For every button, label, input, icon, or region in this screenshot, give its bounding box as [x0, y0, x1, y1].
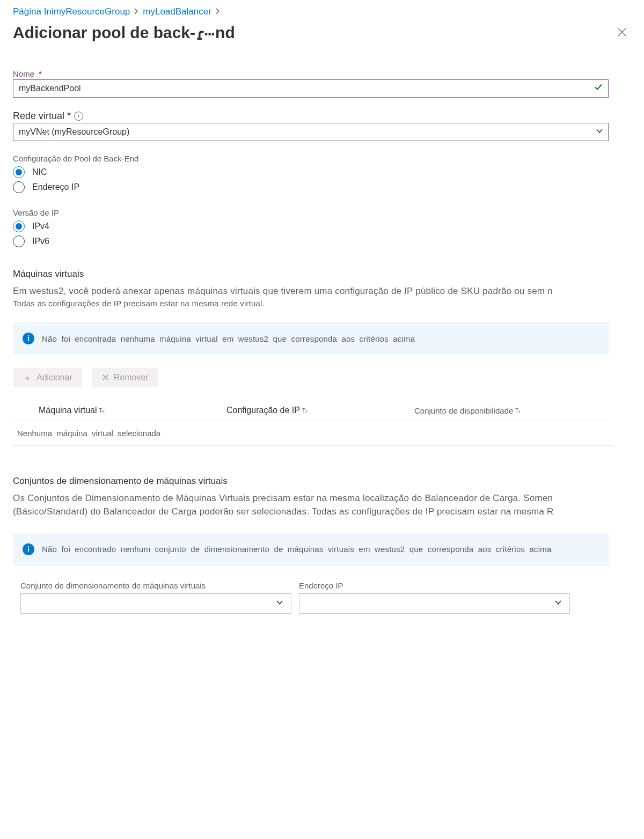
scaleset-info-banner: i Não foi encontrado nenhum conjunto de … — [13, 533, 609, 566]
remove-button-label: Remover — [114, 373, 149, 382]
vnet-label-text: Rede virtual * — [13, 111, 71, 122]
plus-icon: ＋ — [23, 373, 32, 382]
info-icon[interactable]: i — [74, 112, 83, 121]
name-input[interactable] — [13, 79, 609, 98]
scaleset-desc-1: Os Conjuntos de Dimensionamento de Máqui… — [13, 492, 631, 505]
ipv6-label: IPv6 — [32, 237, 49, 246]
vm-desc-2: Todas as configurações de IP precisam es… — [13, 299, 631, 308]
breadcrumb-rg-label: myResourceGroup — [54, 6, 130, 17]
vm-col-avset[interactable]: Conjunto de disponibilidade TJ — [414, 406, 602, 415]
title-glyph: ɾ··· — [196, 25, 214, 43]
pool-config-label: Configuração do Pool de Back-End — [13, 154, 631, 163]
scaleset-desc-2: (Básico/Standard) do Balanceador de Carg… — [13, 505, 631, 519]
vm-col-name-label: Máquina virtual — [39, 406, 97, 415]
info-circle-icon: i — [23, 543, 34, 555]
name-label: Nome * — [13, 69, 631, 78]
chevron-down-icon — [276, 599, 283, 608]
radio-selected-icon — [13, 166, 25, 178]
add-button[interactable]: ＋ Adicionar — [13, 368, 82, 387]
add-button-label: Adicionar — [36, 373, 72, 382]
breadcrumb-home[interactable]: Página Ini — [13, 6, 54, 17]
info-circle-icon: i — [23, 333, 34, 344]
radio-unselected-icon — [13, 181, 25, 193]
scaleset-col1-label: Conjunto de dimensionamento de máquinas … — [20, 581, 291, 590]
vm-col-avset-label: Conjunto de disponibilidade — [414, 406, 513, 415]
radio-selected-icon — [13, 220, 25, 232]
ip-version-ipv4[interactable]: IPv4 — [13, 220, 631, 232]
chevron-right-icon — [134, 8, 138, 16]
sort-icon: TJ — [302, 408, 306, 414]
checkmark-icon — [594, 82, 603, 94]
required-marker: * — [39, 69, 42, 78]
chevron-down-icon — [596, 127, 603, 137]
ipv4-label: IPv4 — [32, 222, 49, 231]
vnet-label: Rede virtual * i — [13, 111, 631, 122]
vm-empty-row: Nenhuma máquina virtual selecionada — [13, 421, 613, 446]
scaleset-select[interactable] — [20, 593, 291, 614]
ip-version-label: Versão de IP — [13, 208, 631, 217]
name-label-text: Nome — [13, 69, 34, 78]
vm-table-header: Máquina virtual TV Configuração de IP TJ… — [13, 400, 609, 421]
title-after: nd — [215, 24, 235, 41]
vm-heading: Máquinas virtuais — [13, 269, 631, 279]
chevron-right-icon — [216, 8, 220, 16]
scaleset-banner-text: Não foi encontrado nenhum conjunto de di… — [42, 544, 552, 554]
vm-col-ipconfig[interactable]: Configuração de IP TJ — [226, 406, 414, 415]
scaleset-heading: Conjuntos de dimensionamento de máquinas… — [13, 476, 631, 487]
x-icon: ✕ — [101, 373, 109, 382]
page-title: Adicionar pool de back-ɾ···nd — [13, 24, 235, 43]
vm-banner-text: Não foi encontrada nenhuma máquina virtu… — [42, 334, 415, 343]
vm-col-name[interactable]: Máquina virtual TV — [13, 406, 226, 415]
close-button[interactable] — [613, 25, 631, 42]
remove-button[interactable]: ✕ Remover — [92, 368, 158, 387]
scaleset-ip-select[interactable] — [299, 593, 570, 614]
pool-config-ip-label: Endereço IP — [32, 182, 79, 192]
vm-info-banner: i Não foi encontrada nenhuma máquina vir… — [13, 322, 609, 355]
pool-config-nic[interactable]: NIC — [13, 166, 631, 178]
scaleset-col2-label: Endereço IP — [299, 581, 570, 590]
vnet-select[interactable]: myVNet (myResourceGroup) — [13, 123, 609, 141]
breadcrumb: Página InimyResourceGroup myLoadBalancer — [13, 6, 631, 17]
ip-version-ipv6[interactable]: IPv6 — [13, 235, 631, 247]
breadcrumb-load-balancer[interactable]: myLoadBalancer — [143, 6, 211, 17]
breadcrumb-home-label: Página Ini — [13, 6, 54, 17]
vm-desc-1: Em westus2, você poderá anexar apenas má… — [13, 285, 631, 298]
radio-unselected-icon — [13, 235, 25, 247]
pool-config-ip[interactable]: Endereço IP — [13, 181, 631, 193]
vnet-value: myVNet (myResourceGroup) — [19, 127, 129, 137]
breadcrumb-lb-label: myLoadBalancer — [143, 6, 211, 17]
sort-icon: TV — [99, 408, 104, 414]
breadcrumb-resource-group[interactable]: myResourceGroup — [54, 6, 130, 17]
chevron-down-icon — [554, 599, 562, 608]
title-before: Adicionar pool de back- — [13, 24, 195, 41]
close-icon — [617, 27, 627, 37]
pool-config-nic-label: NIC — [32, 167, 47, 177]
vm-col-ipconfig-label: Configuração de IP — [226, 406, 300, 415]
sort-icon: TJ — [515, 408, 519, 414]
